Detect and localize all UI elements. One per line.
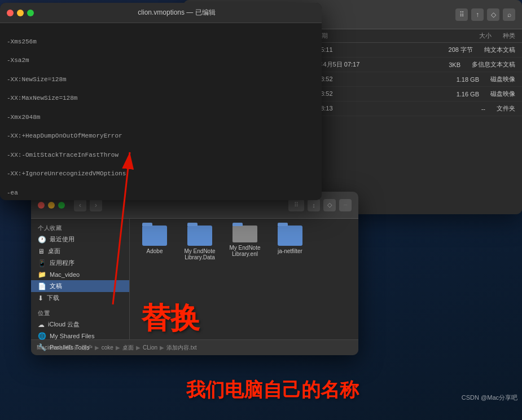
breadcrumb-sep: ▶ bbox=[136, 344, 141, 351]
folder-icon-endnote-data bbox=[187, 226, 212, 246]
sort-button[interactable]: ↕ bbox=[308, 199, 320, 211]
maximize-button-main[interactable] bbox=[58, 202, 65, 209]
nav-buttons: ‹ › bbox=[74, 199, 102, 211]
share-icon[interactable]: ↑ bbox=[471, 8, 484, 21]
finder-main-sidebar: 个人收藏 🕐 最近使用 🖥 桌面 📱 应用程序 📁 Mac_video 📄 文稿 bbox=[31, 219, 130, 339]
sidebar-item-label: 桌面 bbox=[48, 247, 60, 255]
breadcrumb-hd: Macintosh HD bbox=[37, 344, 72, 351]
sidebar-item-clion[interactable]: 💻 CLion bbox=[31, 353, 129, 355]
minus-button[interactable]: − bbox=[339, 199, 352, 211]
sidebar-item-label: 应用程序 bbox=[50, 259, 74, 267]
close-button-main[interactable] bbox=[38, 202, 45, 209]
sidebar-item-label: 文稿 bbox=[50, 282, 62, 290]
sidebar-item-documents[interactable]: 📄 文稿 bbox=[31, 280, 129, 292]
table-row: 前天 08:13 -- 文件夹 bbox=[296, 101, 522, 116]
cell-type: 磁盘映像 bbox=[490, 75, 515, 83]
search-icon[interactable]: ⌕ bbox=[503, 8, 515, 21]
maximize-button-vmoptions[interactable] bbox=[27, 10, 34, 16]
tag-icon[interactable]: ◇ bbox=[487, 8, 499, 21]
cell-date: 前天 03:52 bbox=[303, 90, 445, 98]
folder-icon-ja-netfilter bbox=[278, 226, 302, 246]
cell-size: 1.16 GB bbox=[457, 91, 479, 98]
code-line: -XX:+HeapDumpOnOutOfMemoryError bbox=[7, 131, 315, 141]
cell-date: 2023年4月5日 07:17 bbox=[303, 60, 437, 69]
col-date: 修改日期 bbox=[303, 32, 468, 40]
folder-icon-endnote-lib bbox=[233, 226, 257, 242]
folder-ja-netfilter[interactable]: ja-netfilter bbox=[272, 226, 308, 260]
cell-type: 纯文本文稿 bbox=[484, 46, 515, 54]
vmoptions-titlebar: clion.vmoptions — 已编辑 bbox=[0, 3, 322, 23]
cloud-icon: ☁ bbox=[38, 321, 45, 329]
table-row: 今天 05:11 208 字节 纯文本文稿 bbox=[296, 43, 522, 58]
sidebar-section-favorites: 个人收藏 bbox=[31, 222, 129, 233]
breadcrumb-desktop: 桌面 bbox=[122, 344, 134, 352]
cell-date: 今天 05:11 bbox=[303, 46, 437, 54]
breadcrumb-coke: coke bbox=[102, 344, 113, 351]
code-line: -Xmx2048m bbox=[7, 113, 315, 122]
sidebar-item-macvideo[interactable]: 📁 Mac_video bbox=[31, 269, 129, 280]
folder-icon-adobe bbox=[142, 226, 167, 246]
sidebar-item-apps[interactable]: 📱 应用程序 bbox=[31, 257, 129, 269]
folder-label-endnote-lib: My EndNote Library.enl bbox=[227, 245, 263, 257]
back-button[interactable]: ‹ bbox=[74, 199, 86, 211]
sidebar-item-recent[interactable]: 🕐 最近使用 bbox=[31, 233, 129, 245]
tag-button[interactable]: ◇ bbox=[323, 199, 336, 211]
code-line: -ea bbox=[7, 188, 315, 198]
traffic-lights-vmoptions bbox=[7, 10, 34, 16]
cell-date: 前天 08:13 bbox=[303, 104, 470, 113]
cell-size: 208 字节 bbox=[449, 46, 473, 54]
clion-icon: 💻 bbox=[38, 355, 46, 355]
breadcrumb-user: 用户 bbox=[81, 344, 93, 352]
sidebar-item-desktop[interactable]: 🖥 桌面 bbox=[31, 245, 129, 257]
view-toggle[interactable]: ⠿ bbox=[288, 199, 304, 211]
code-line: -XX:MaxNewSize=128m bbox=[7, 94, 315, 103]
vmoptions-window: clion.vmoptions — 已编辑 -Xms256m -Xsa2m -X… bbox=[0, 3, 322, 200]
sidebar-item-label: 下载 bbox=[47, 294, 59, 302]
sidebar-item-downloads[interactable]: ⬇ 下载 bbox=[31, 292, 129, 304]
code-line: -Xms256m bbox=[7, 37, 315, 47]
traffic-lights-main bbox=[38, 202, 65, 209]
download-icon: ⬇ bbox=[38, 294, 43, 302]
finder-bg-main: 修改日期 大小 种类 今天 05:11 208 字节 纯文本文稿 2023年4月… bbox=[296, 29, 522, 214]
toolbar-right: ⠿ ↕ ◇ − bbox=[288, 199, 352, 211]
sidebar-item-icloud[interactable]: ☁ iCloud 云盘 bbox=[31, 319, 129, 330]
folder-label-endnote-data: My EndNote Library.Data bbox=[182, 248, 218, 260]
forward-button[interactable]: › bbox=[90, 199, 102, 211]
view-icon[interactable]: ⠿ bbox=[455, 8, 468, 21]
folder-endnote-data[interactable]: My EndNote Library.Data bbox=[182, 226, 218, 260]
breadcrumb-file: 添加内容.txt bbox=[166, 344, 196, 352]
close-button-vmoptions[interactable] bbox=[7, 10, 14, 16]
folder-endnote-lib[interactable]: My EndNote Library.enl bbox=[227, 226, 263, 260]
desktop-icon: 🖥 bbox=[38, 247, 45, 255]
table-header: 修改日期 大小 种类 bbox=[296, 29, 522, 43]
folder-label-adobe: Adobe bbox=[147, 248, 163, 254]
sidebar-item-label: iCloud 云盘 bbox=[48, 320, 80, 329]
sidebar-item-shared-files[interactable]: 🌐 My Shared Files bbox=[31, 330, 129, 342]
cell-size: 1.18 GB bbox=[457, 76, 479, 83]
cell-date: 前天 03:52 bbox=[303, 75, 445, 83]
breadcrumb: Macintosh HD ▶ 用户 ▶ coke ▶ 桌面 ▶ CLion ▶ … bbox=[37, 344, 196, 352]
sidebar-item-label: Mac_video bbox=[50, 271, 80, 278]
breadcrumb-clion: CLion bbox=[143, 344, 157, 351]
sidebar-item-label: My Shared Files bbox=[50, 333, 94, 339]
code-line: -XX:+IgnoreUnrecognizedVMOptions bbox=[7, 169, 315, 179]
table-row: 2023年4月5日 07:17 3KB 多信息文本文稿 bbox=[296, 58, 522, 72]
table-row: 前天 03:52 1.16 GB 磁盘映像 bbox=[296, 87, 522, 101]
cell-type: 文件夹 bbox=[497, 104, 515, 113]
doc-icon: 📄 bbox=[38, 282, 46, 290]
shared-icon: 🌐 bbox=[38, 332, 46, 340]
clock-icon: 🕐 bbox=[38, 236, 46, 244]
breadcrumb-sep: ▶ bbox=[74, 344, 79, 351]
breadcrumb-sep: ▶ bbox=[116, 344, 120, 351]
vmoptions-editor[interactable]: -Xms256m -Xsa2m -XX:NewSize=128m -XX:Max… bbox=[0, 23, 322, 200]
folders-grid: Adobe My EndNote Library.Data My EndNote… bbox=[130, 219, 358, 267]
cell-type: 多信息文本文稿 bbox=[472, 60, 515, 69]
col-type: 种类 bbox=[503, 32, 515, 40]
minimize-button-main[interactable] bbox=[48, 202, 55, 209]
folder-icon: 📁 bbox=[38, 271, 46, 278]
breadcrumb-sep: ▶ bbox=[95, 344, 99, 351]
minimize-button-vmoptions[interactable] bbox=[17, 10, 24, 16]
sidebar-item-label: 最近使用 bbox=[50, 235, 74, 244]
code-line: -XX:-OmitStackTraceInFastThrow bbox=[7, 151, 315, 160]
folder-adobe[interactable]: Adobe bbox=[137, 226, 173, 260]
